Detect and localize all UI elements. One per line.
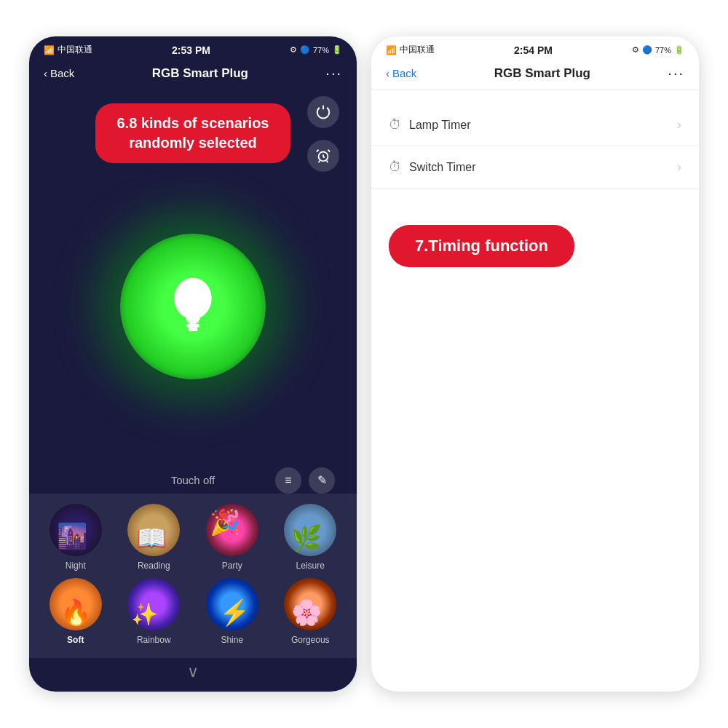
chevron-left-icon: ‹ <box>44 67 47 79</box>
svg-rect-2 <box>186 323 199 327</box>
switch-timer-icon: ⏱ <box>389 159 402 175</box>
left-nav-title: RGB Smart Plug <box>152 66 248 81</box>
switch-timer-left: ⏱ Switch Timer <box>389 159 476 175</box>
scenes-row-2: 🔥 Soft ✨ Rainbow ⚡ Shine <box>36 578 349 645</box>
switch-timer-item[interactable]: ⏱ Switch Timer › <box>371 146 699 189</box>
bluetooth-icon-right: 🔵 <box>642 45 652 55</box>
right-nav-bar: ‹ Back RGB Smart Plug ··· <box>371 60 699 89</box>
svg-rect-3 <box>189 327 198 331</box>
scene-soft-circle: 🔥 <box>50 578 102 630</box>
lamp-timer-label: Lamp Timer <box>409 119 470 132</box>
scenarios-grid: 🌆 Night 📖 Reading 🎉 Part <box>29 494 357 658</box>
right-nav-title: RGB Smart Plug <box>494 66 590 81</box>
scene-party-circle: 🎉 <box>206 504 258 556</box>
right-phone: 📶 中国联通 2:54 PM ⚙ 🔵 77% 🔋 ‹ Back RGB Smar… <box>371 36 699 692</box>
scene-night[interactable]: 🌆 Night <box>50 504 102 571</box>
right-back-button[interactable]: ‹ Back <box>386 67 416 79</box>
left-status-bar: 📶 中国联通 2:53 PM ⚙ 🔵 77% 🔋 <box>29 36 357 60</box>
scene-shine[interactable]: ⚡ Shine <box>206 578 258 645</box>
night-icon: 🌆 <box>57 521 87 550</box>
bulb-glow[interactable] <box>120 234 266 379</box>
scene-gorgeous-circle: 🌸 <box>284 578 336 630</box>
scene-shine-label: Shine <box>221 635 243 645</box>
scene-leisure[interactable]: 🌿 Leisure <box>284 504 336 571</box>
switch-timer-label: Switch Timer <box>409 161 476 174</box>
signal-icon-right: 📶 <box>386 45 397 55</box>
settings-icon: ⚙ <box>290 45 297 55</box>
battery-icon-right: 🔋 <box>674 45 684 55</box>
battery-icon: 🔋 <box>332 45 342 55</box>
scene-night-circle: 🌆 <box>50 504 102 556</box>
timing-badge-text: 7.Timing function <box>389 225 574 267</box>
scene-rainbow[interactable]: ✨ Rainbow <box>127 578 180 645</box>
rainbow-icon: ✨ <box>131 601 158 627</box>
left-body: 6.8 kinds of scenarios randomly selected <box>29 89 357 692</box>
party-icon: 🎉 <box>210 507 240 537</box>
leisure-icon: 🌿 <box>291 523 322 553</box>
switch-timer-chevron: › <box>677 159 681 175</box>
shine-icon: ⚡ <box>219 598 250 627</box>
scene-night-label: Night <box>66 561 86 571</box>
scene-leisure-circle: 🌿 <box>284 504 336 556</box>
timing-badge: 7.Timing function <box>371 203 699 289</box>
left-battery: ⚙ 🔵 77% 🔋 <box>290 45 342 55</box>
scene-rainbow-label: Rainbow <box>137 635 171 645</box>
right-battery: ⚙ 🔵 77% 🔋 <box>632 45 684 55</box>
scene-gorgeous-label: Gorgeous <box>291 635 330 645</box>
left-phone: 📶 中国联通 2:53 PM ⚙ 🔵 77% 🔋 ‹ Back RGB Smar… <box>29 36 357 692</box>
lamp-timer-item[interactable]: ⏱ Lamp Timer › <box>371 104 699 146</box>
chevron-left-icon-right: ‹ <box>386 67 389 79</box>
power-button[interactable] <box>307 96 339 128</box>
reading-icon: 📖 <box>136 523 167 553</box>
scene-party-label: Party <box>222 561 242 571</box>
soft-icon: 🔥 <box>60 598 91 627</box>
timer-list: ⏱ Lamp Timer › ⏱ Switch Timer › <box>371 90 699 203</box>
scene-gorgeous[interactable]: 🌸 Gorgeous <box>284 578 336 645</box>
right-time: 2:54 PM <box>514 44 553 56</box>
edit-icon-button[interactable]: ✎ <box>309 467 335 494</box>
scene-reading[interactable]: 📖 Reading <box>127 504 180 571</box>
settings-icon-right: ⚙ <box>632 45 639 55</box>
menu-icon-button[interactable]: ≡ <box>275 467 301 494</box>
scene-leisure-label: Leisure <box>296 561 325 571</box>
scene-soft-label: Soft <box>67 635 84 645</box>
right-more-button[interactable]: ··· <box>668 65 684 82</box>
scene-reading-label: Reading <box>138 561 170 571</box>
scenes-row-1: 🌆 Night 📖 Reading 🎉 Part <box>36 504 349 571</box>
svg-point-1 <box>174 277 211 319</box>
lamp-timer-chevron: › <box>677 117 681 132</box>
scene-party[interactable]: 🎉 Party <box>206 504 258 571</box>
left-time: 2:53 PM <box>172 44 210 56</box>
lamp-timer-icon: ⏱ <box>389 117 402 132</box>
scene-soft[interactable]: 🔥 Soft <box>50 578 102 645</box>
scene-reading-circle: 📖 <box>127 504 180 556</box>
top-icons <box>307 96 339 172</box>
right-status-bar: 📶 中国联通 2:54 PM ⚙ 🔵 77% 🔋 <box>371 36 699 60</box>
touch-icons: ≡ ✎ <box>275 467 335 494</box>
signal-icon: 📶 <box>44 45 55 55</box>
gorgeous-icon: 🌸 <box>291 598 322 627</box>
right-carrier: 📶 中国联通 <box>386 44 435 56</box>
scene-shine-circle: ⚡ <box>206 578 258 630</box>
left-more-button[interactable]: ··· <box>325 65 342 82</box>
bottom-chevron[interactable]: ∨ <box>187 658 199 684</box>
bluetooth-icon: 🔵 <box>300 45 310 55</box>
alarm-button[interactable] <box>307 140 339 172</box>
bulb-icon <box>160 272 226 341</box>
left-carrier: 📶 中国联通 <box>44 44 92 56</box>
bulb-area <box>120 149 266 464</box>
left-nav-bar: ‹ Back RGB Smart Plug ··· <box>29 60 357 89</box>
touch-off-label: Touch off <box>171 474 215 486</box>
scene-rainbow-circle: ✨ <box>127 578 180 630</box>
left-back-button[interactable]: ‹ Back <box>44 67 74 79</box>
lamp-timer-left: ⏱ Lamp Timer <box>389 117 470 132</box>
touch-off-row: Touch off ≡ ✎ <box>29 474 357 486</box>
